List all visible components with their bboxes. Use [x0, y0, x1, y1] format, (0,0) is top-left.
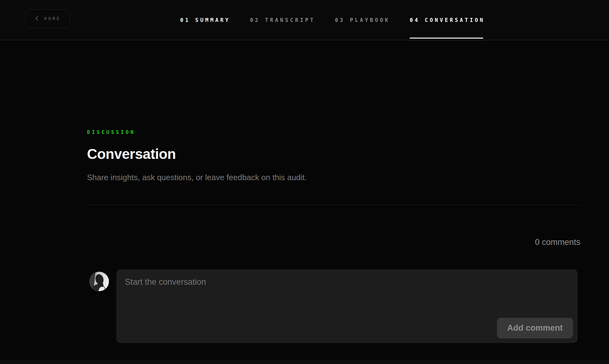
- comment-composer: Add comment: [116, 269, 578, 343]
- section-tabs: 01 SUMMARY 02 TRANSCRIPT 03 PLAYBOOK 04 …: [180, 0, 485, 40]
- page: HOME 01 SUMMARY 02 TRANSCRIPT 03 PLAYBOO…: [0, 0, 609, 364]
- user-avatar: [89, 272, 109, 291]
- page-subtitle: Share insights, ask questions, or leave …: [87, 173, 307, 182]
- top-navigation-bar: HOME 01 SUMMARY 02 TRANSCRIPT 03 PLAYBOO…: [0, 0, 609, 40]
- home-button[interactable]: HOME: [25, 9, 70, 28]
- tab-conversation[interactable]: 04 CONVERSATION: [410, 0, 485, 40]
- section-eyebrow: DISCUSSION: [87, 129, 135, 135]
- tab-summary[interactable]: 01 SUMMARY: [180, 0, 230, 40]
- bottom-edge-strip: [0, 360, 609, 364]
- tab-transcript[interactable]: 02 TRANSCRIPT: [250, 0, 315, 40]
- home-button-label: HOME: [44, 16, 61, 21]
- comments-count: 0 comments: [87, 238, 580, 247]
- section-divider: [87, 205, 580, 205]
- page-title: Conversation: [87, 146, 176, 162]
- tab-playbook[interactable]: 03 PLAYBOOK: [335, 0, 390, 40]
- chevron-left-icon: [35, 16, 39, 21]
- add-comment-button[interactable]: Add comment: [497, 318, 573, 338]
